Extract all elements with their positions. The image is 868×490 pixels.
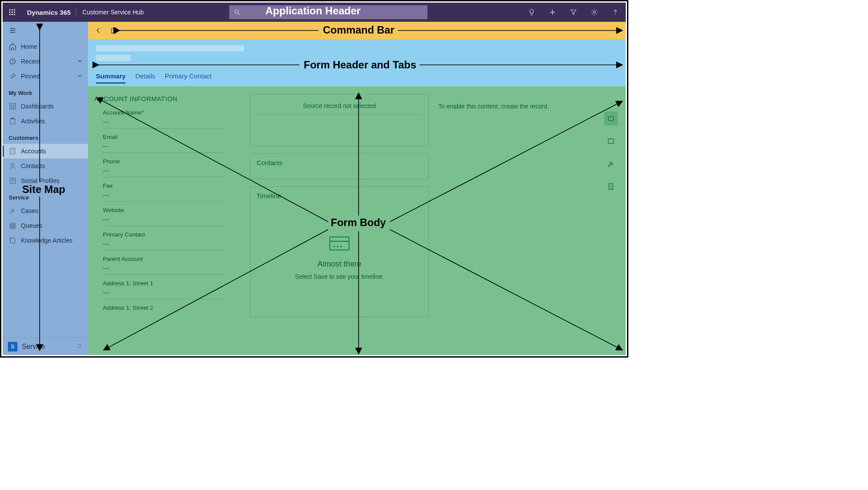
wrench-icon — [9, 207, 17, 215]
document-icon[interactable] — [604, 179, 618, 193]
field-parent-account[interactable]: Parent Account--- — [94, 253, 242, 277]
search-icon — [234, 9, 241, 16]
form-column-1: ACCOUNT INFORMATION Account Name--- Emai… — [94, 94, 242, 355]
field-value: --- — [103, 265, 225, 275]
nav-label: Contacts — [21, 162, 45, 169]
nav-label: Home — [21, 43, 37, 50]
pin-icon — [9, 72, 17, 80]
field-label: Address 1: Street 1 — [103, 280, 242, 287]
svg-rect-28 — [330, 237, 349, 250]
field-primary-contact[interactable]: Primary Contact--- — [94, 229, 242, 253]
field-label: Website — [103, 207, 242, 213]
nav-section-title: My Work — [3, 84, 88, 99]
assistant-icon[interactable] — [604, 112, 618, 125]
nav-accounts[interactable]: Accounts — [3, 144, 88, 159]
field-fax[interactable]: Fax--- — [94, 180, 242, 204]
gear-icon[interactable] — [590, 8, 599, 17]
tab-summary[interactable]: Summary — [96, 72, 125, 84]
timeline-heading: Almost there — [317, 260, 361, 269]
app-name-label: Customer Service Hub — [76, 9, 150, 16]
back-button[interactable] — [92, 24, 105, 37]
open-in-new-icon[interactable] — [108, 24, 120, 37]
subtitle-placeholder — [96, 55, 131, 61]
svg-point-8 — [14, 14, 15, 15]
svg-line-10 — [238, 13, 240, 15]
clock-icon — [9, 57, 17, 65]
field-website[interactable]: Website--- — [94, 204, 242, 229]
folder-icon — [327, 234, 352, 255]
field-address1-street2[interactable]: Address 1: Street 2 — [94, 302, 242, 316]
tab-primary-contact[interactable]: Primary Contact — [165, 72, 212, 84]
field-phone[interactable]: Phone--- — [94, 155, 242, 180]
field-email[interactable]: Email--- — [94, 131, 242, 155]
field-value: --- — [103, 167, 225, 177]
form-tabs: Summary Details Primary Contact — [96, 72, 212, 84]
tab-details[interactable]: Details — [135, 72, 155, 84]
svg-rect-25 — [10, 225, 15, 226]
person-icon — [9, 162, 17, 170]
field-label: Address 1: Street 2 — [103, 304, 242, 311]
area-badge: S — [8, 342, 17, 351]
nav-contacts[interactable]: Contacts — [3, 159, 88, 173]
svg-rect-14 — [10, 103, 12, 105]
contacts-card: Contacts — [250, 153, 429, 179]
enable-content-message: To enable this content, create the recor… — [437, 94, 620, 110]
svg-point-6 — [9, 14, 10, 15]
filter-icon[interactable] — [569, 8, 578, 17]
nav-label: Accounts — [21, 148, 46, 155]
nav-dashboards[interactable]: Dashboards — [3, 99, 88, 114]
field-value: --- — [103, 216, 225, 226]
field-value: --- — [103, 289, 225, 299]
nav-label: Pinned — [21, 73, 40, 80]
nav-home[interactable]: Home — [3, 39, 88, 54]
app-launcher-icon[interactable] — [3, 3, 22, 22]
svg-rect-32 — [608, 117, 614, 121]
annotation-form-body: Form Body — [331, 216, 386, 229]
panel-icon[interactable] — [604, 134, 618, 148]
svg-point-1 — [12, 9, 13, 10]
annotation-site-map: Site Map — [22, 183, 65, 196]
wrench-icon[interactable] — [604, 157, 618, 171]
area-label: Service — [22, 343, 45, 351]
hamburger-icon[interactable] — [3, 22, 88, 39]
nav-knowledge-articles[interactable]: Knowledge Articles — [3, 233, 88, 248]
svg-point-29 — [333, 246, 335, 247]
field-account-name[interactable]: Account Name--- — [94, 107, 242, 131]
title-placeholder — [96, 45, 244, 51]
building-icon — [9, 147, 17, 155]
svg-point-3 — [9, 12, 10, 13]
timeline-card: Timeline Almost there Select Save to see… — [250, 186, 429, 317]
plus-icon[interactable] — [548, 8, 557, 17]
field-value: --- — [103, 118, 225, 128]
svg-point-7 — [12, 14, 13, 15]
svg-rect-15 — [14, 103, 16, 105]
field-address1-street1[interactable]: Address 1: Street 1--- — [94, 277, 242, 302]
svg-point-23 — [12, 179, 14, 181]
nav-label: Queues — [21, 222, 42, 229]
card-title: Timeline — [251, 187, 428, 205]
svg-rect-24 — [10, 223, 15, 225]
header-icon-group — [527, 3, 622, 22]
nav-activities[interactable]: Activities — [3, 114, 88, 128]
chevron-down-icon — [77, 58, 83, 65]
card-title: Contacts — [251, 154, 428, 172]
field-label: Parent Account — [103, 256, 242, 262]
field-value: --- — [103, 192, 225, 202]
help-icon[interactable] — [611, 8, 620, 17]
nav-recent[interactable]: Recent — [3, 54, 88, 69]
timeline-subtext: Select Save to see your timeline. — [295, 273, 384, 280]
lightbulb-icon[interactable] — [527, 8, 536, 17]
chevron-down-icon — [77, 73, 83, 80]
nav-queues[interactable]: Queues — [3, 218, 88, 233]
profile-icon — [9, 177, 17, 185]
nav-pinned[interactable]: Pinned — [3, 69, 88, 84]
annotation-app-header: Application Header — [265, 5, 361, 17]
svg-point-0 — [9, 9, 10, 10]
field-label: Account Name — [103, 109, 242, 116]
up-down-icon — [77, 342, 83, 351]
field-value: --- — [103, 143, 225, 153]
book-icon — [9, 237, 17, 244]
area-switcher[interactable]: S Service — [3, 338, 88, 355]
svg-rect-22 — [10, 178, 15, 183]
nav-cases[interactable]: Cases — [3, 203, 88, 218]
